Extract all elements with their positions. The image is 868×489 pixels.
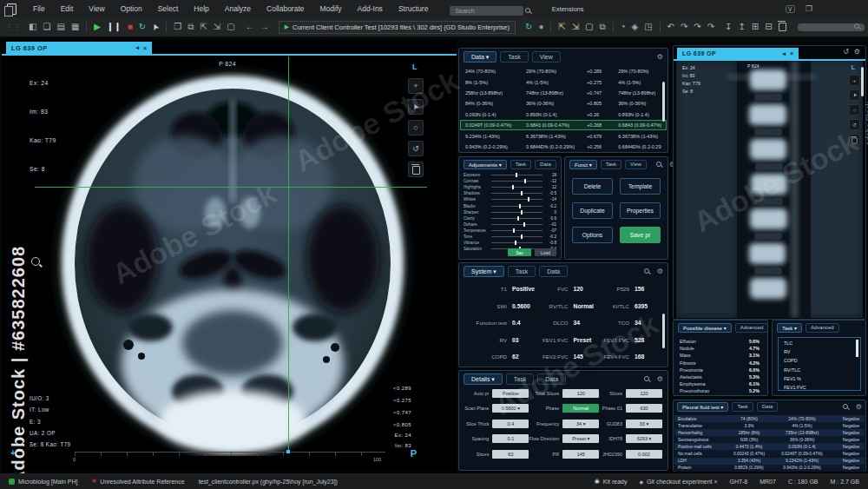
- search-icon[interactable]: [843, 404, 850, 411]
- scrollbar[interactable]: [856, 340, 858, 357]
- disease-row[interactable]: Emphysema6.1%: [680, 380, 760, 387]
- details-tab-task[interactable]: Task: [506, 373, 534, 385]
- slider-thumb[interactable]: [521, 191, 523, 195]
- table-row[interactable]: No mail cells0.00243 (0.47%)0.0249T (0.0…: [674, 450, 865, 457]
- slider-track[interactable]: [491, 215, 542, 221]
- redo-all-icon[interactable]: ↷: [694, 23, 700, 31]
- add-point-icon[interactable]: +: [849, 75, 860, 86]
- frequency-select[interactable]: 34 ▾: [562, 420, 599, 428]
- disease-row[interactable]: Atelectasis5.3%: [680, 373, 760, 380]
- slider-thumb[interactable]: [513, 228, 515, 233]
- layers-icon[interactable]: ❏: [43, 23, 50, 31]
- slider-thumb[interactable]: [516, 173, 517, 177]
- disease-tab-possible-disease[interactable]: Possible disease ▾: [678, 323, 732, 333]
- slider-track[interactable]: [491, 196, 542, 202]
- menu-modify[interactable]: Modify: [312, 4, 350, 13]
- record-dot-icon[interactable]: ●: [538, 23, 543, 31]
- gear-icon[interactable]: ⚙: [657, 268, 663, 275]
- search-icon[interactable]: [644, 268, 651, 275]
- table-row[interactable]: 0.0249T (0.09-0.47%)0.6843 (0.09-0.47%)+…: [460, 120, 667, 130]
- save-adjustments-button[interactable]: Sav: [508, 248, 531, 256]
- add-box-icon[interactable]: ⊞: [752, 23, 759, 31]
- slider-track[interactable]: [491, 172, 542, 178]
- status-unresolved-attribute-referen[interactable]: ✕Unresolved Attribute Reference: [91, 478, 184, 485]
- task-item-fev1-fvc[interactable]: FEV1:FVC: [779, 383, 860, 392]
- slider-thumb[interactable]: [515, 241, 516, 245]
- app-logo-icon[interactable]: [7, 3, 16, 15]
- slider-thumb[interactable]: [512, 185, 514, 189]
- menu-edit[interactable]: Edit: [53, 4, 82, 13]
- pointer-icon[interactable]: ➤: [152, 23, 159, 31]
- crosshair-horizontal[interactable]: [35, 187, 427, 188]
- crosshair-anchor-dot[interactable]: [286, 450, 290, 453]
- jhd2390-input[interactable]: 0.002: [626, 450, 662, 459]
- delete-region-icon[interactable]: [849, 134, 860, 145]
- menu-help[interactable]: Help: [186, 4, 216, 13]
- redo-step-icon[interactable]: ↷: [681, 23, 687, 31]
- search-icon[interactable]: [656, 162, 663, 169]
- slider-thumb[interactable]: [528, 197, 529, 202]
- table-row[interactable]: 8% (1-5%)4% (1-5%)+0.2754% (1-5%): [460, 76, 667, 87]
- import-page-icon[interactable]: ⇲: [214, 23, 220, 31]
- save-icon[interactable]: ▤: [56, 23, 64, 31]
- data-tab-data[interactable]: Data ▾: [464, 51, 496, 63]
- slider-track[interactable]: [491, 228, 542, 234]
- measurement-ruler[interactable]: [75, 452, 385, 456]
- rotate-icon[interactable]: ↺: [849, 119, 860, 130]
- gear-icon[interactable]: ⚙: [657, 53, 663, 61]
- table-row[interactable]: Protein0.8829 (0.29%)0.943% (0.2-0.29%)N…: [674, 465, 865, 472]
- clock-icon[interactable]: ◔: [620, 23, 625, 31]
- table-row[interactable]: LDH3.354 (43%)9.2342% (1-43%)Negative: [674, 458, 865, 465]
- note-page-icon[interactable]: ▢: [585, 23, 593, 31]
- table-row[interactable]: 84% (0-36%)36% (0-36%)+0.80536% (0-36%): [460, 98, 667, 109]
- search-icon[interactable]: [644, 376, 651, 383]
- gear-icon[interactable]: ⚙: [854, 48, 860, 56]
- add-point-icon[interactable]: +: [408, 78, 424, 94]
- slider-thumb[interactable]: [521, 235, 523, 239]
- disease-row[interactable]: Fibrosis4.2%: [680, 360, 760, 367]
- delete-region-icon[interactable]: [408, 162, 424, 177]
- total-slices-input[interactable]: 120: [562, 389, 599, 398]
- table-row[interactable]: Positive mail cells0.4473 (1.4%)0.093N (…: [674, 443, 865, 450]
- slider-track[interactable]: [491, 240, 542, 246]
- menu-option[interactable]: Option: [113, 4, 150, 13]
- disease-row[interactable]: Mass3.1%: [680, 352, 760, 359]
- pleural-tab-data[interactable]: Data: [757, 402, 779, 412]
- idh78-select[interactable]: 6293 ▾: [626, 434, 662, 443]
- add-marker-icon[interactable]: +: [10, 448, 16, 458]
- disease-row[interactable]: Pneumonia6.0%: [680, 367, 760, 373]
- copy-stack-icon[interactable]: ⧉: [600, 23, 606, 31]
- task-item-fev1[interactable]: FEV1 %: [779, 374, 860, 383]
- pr-input[interactable]: 145: [562, 450, 599, 459]
- slices-input[interactable]: 120: [626, 389, 662, 398]
- remove-box-icon[interactable]: ⊟: [765, 23, 772, 31]
- adjust-tab-data[interactable]: Data: [535, 160, 556, 169]
- menu-collaborate[interactable]: Collaborate: [259, 4, 312, 13]
- table-row[interactable]: 24% (70-80%)29% (70-80%)+0.28929% (70-80…: [460, 66, 667, 76]
- status-git-checkout-experiment[interactable]: ◆Git checkout experiment ×: [639, 479, 717, 485]
- slider-track[interactable]: [491, 209, 542, 215]
- task-item-rv[interactable]: RV: [779, 347, 860, 356]
- new-page-icon[interactable]: ▢: [227, 23, 234, 31]
- undo-step-icon[interactable]: ↶: [667, 23, 674, 31]
- load-adjustments-button[interactable]: Load: [535, 248, 556, 256]
- menu-add-ins[interactable]: Add-Ins: [350, 4, 391, 13]
- table-row[interactable]: Hemorrhahig185hz (8%)735hz (13-898hz)Neg…: [674, 429, 865, 436]
- auto-pr-input[interactable]: Positive: [492, 389, 529, 398]
- table-row[interactable]: 0.943% (0.2-0.29%)0.6844D% (0.2-0.29%)+0…: [460, 142, 667, 152]
- save-pr-button[interactable]: Save pr: [620, 227, 661, 243]
- table-row[interactable]: Exudative74 (80%)24% (70-80%)Negative: [674, 415, 865, 422]
- status-kit-ready[interactable]: ◉Kit ready: [595, 478, 628, 485]
- mri-viewer-tab[interactable]: LG 639 OP ◂ ×: [677, 48, 799, 59]
- gud83-select[interactable]: 33 ▾: [626, 420, 662, 428]
- back-icon[interactable]: ←: [246, 23, 254, 31]
- export-copy-icon[interactable]: ⇱: [558, 23, 565, 31]
- scan-plane-select[interactable]: 0.5600 ▾: [492, 404, 529, 413]
- rotate-icon[interactable]: ↺: [408, 141, 424, 156]
- phase-01-input[interactable]: 630: [626, 404, 662, 413]
- system-tab-data[interactable]: Data: [539, 266, 568, 277]
- slider-track[interactable]: [491, 221, 542, 228]
- slider-thumb[interactable]: [523, 222, 525, 227]
- sync-icon[interactable]: ↻: [525, 23, 532, 31]
- lasso-icon[interactable]: ○: [849, 104, 860, 116]
